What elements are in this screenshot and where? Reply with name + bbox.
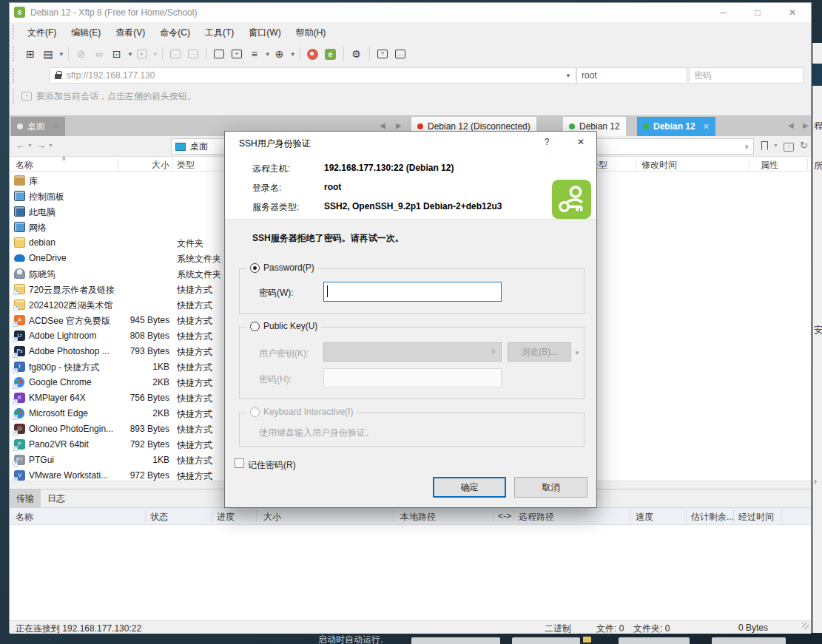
addressbar-grip[interactable] bbox=[13, 68, 14, 83]
transfer-column-4[interactable]: 本地路径 bbox=[400, 511, 436, 523]
publickey-radio[interactable] bbox=[250, 322, 260, 331]
title-bar[interactable]: e Debian 12 - Xftp 8 (Free for Home/Scho… bbox=[10, 3, 811, 22]
menu-item-5[interactable]: 窗口(W) bbox=[241, 24, 288, 42]
browse-button[interactable]: 浏览(B)... bbox=[508, 342, 571, 362]
file-row-12[interactable]: f↗fg800p - 快捷方式1KB快捷方式 bbox=[10, 359, 232, 375]
back-dropdown-icon[interactable]: ▼ bbox=[27, 143, 33, 148]
file-row-15[interactable]: ↗Microsoft Edge2KB快捷方式 bbox=[10, 406, 232, 421]
bookmark-icon[interactable] bbox=[761, 141, 768, 152]
folder-up-icon[interactable]: ↑ bbox=[784, 140, 794, 152]
transfer-column-0[interactable]: 名称 bbox=[16, 511, 33, 523]
remote-path-input[interactable]: ∨ bbox=[590, 138, 754, 155]
transfer-tab-0[interactable]: 传输 bbox=[10, 489, 41, 507]
file-row-9[interactable]: A↗ACDSee 官方免费版945 Bytes快捷方式 bbox=[10, 313, 232, 328]
file-row-13[interactable]: ↗Google Chrome2KB快捷方式 bbox=[10, 375, 232, 390]
open-folder-icon-dropdown[interactable]: ▼ bbox=[58, 51, 64, 58]
file-row-0[interactable]: 库 bbox=[10, 173, 232, 189]
tab-close-icon[interactable]: ✕ bbox=[53, 122, 59, 132]
remote-column-mtime[interactable]: 修改时间 bbox=[641, 159, 677, 172]
infobar-grip[interactable] bbox=[13, 89, 14, 104]
transfer-column-3[interactable]: 大小 bbox=[263, 511, 281, 523]
file-row-16[interactable]: O↗Oloneo PhotoEngin...893 Bytes快捷方式 bbox=[10, 421, 232, 437]
local-tab-desktop[interactable]: 桌面✕ bbox=[11, 117, 65, 136]
session-tab-2[interactable]: Debian 12✕ bbox=[637, 117, 715, 136]
file-row-1[interactable]: 控制面板 bbox=[10, 189, 232, 204]
password-radio[interactable] bbox=[250, 263, 260, 273]
file-row-10[interactable]: Lr↗Adobe Lightroom808 Bytes快捷方式 bbox=[10, 328, 232, 344]
encoding-globe-icon[interactable]: ⊕ bbox=[272, 46, 288, 62]
back-icon[interactable]: ← bbox=[16, 140, 25, 151]
file-row-11[interactable]: Ps↗Adobe Photoshop ...793 Bytes快捷方式 bbox=[10, 344, 232, 359]
user-key-combo[interactable]: ∨ bbox=[323, 342, 502, 362]
new-window-icon[interactable]: + bbox=[229, 46, 245, 62]
keyboard-radio[interactable] bbox=[250, 407, 260, 417]
menu-item-0[interactable]: 文件(F) bbox=[20, 24, 64, 42]
file-row-14[interactable]: K↗KMPlayer 64X756 Bytes快捷方式 bbox=[10, 390, 232, 406]
menu-item-1[interactable]: 编辑(E) bbox=[64, 24, 108, 42]
column-name[interactable]: 名称 bbox=[16, 159, 33, 172]
file-row-8[interactable]: ↗20241202西湖美术馆快捷方式 bbox=[10, 297, 232, 313]
menu-item-3[interactable]: 命令(C) bbox=[152, 24, 198, 42]
file-row-18[interactable]: PT↗PTGui1KB快捷方式 bbox=[10, 453, 232, 468]
toolbar-grip[interactable] bbox=[13, 47, 14, 61]
xshell-icon[interactable] bbox=[305, 46, 321, 62]
menu-item-6[interactable]: 帮助(H) bbox=[289, 24, 334, 42]
transfer-column-8[interactable]: 估计剩余... bbox=[691, 511, 734, 523]
file-row-5[interactable]: OneDrive系统文件夹 bbox=[10, 251, 232, 266]
view-list-icon[interactable]: ≡ bbox=[246, 46, 263, 62]
close-button[interactable]: ✕ bbox=[779, 3, 806, 22]
menu-item-2[interactable]: 查看(V) bbox=[108, 24, 152, 42]
settings-gear-icon[interactable]: ⚙ bbox=[348, 46, 365, 62]
remember-password-checkbox[interactable] bbox=[235, 458, 244, 468]
dialog-help-button[interactable]: ? bbox=[531, 132, 562, 153]
menubar-grip[interactable] bbox=[13, 25, 14, 38]
file-row-17[interactable]: P↗Pano2VR 64bit792 Bytes快捷方式 bbox=[10, 437, 232, 453]
transfer-column-9[interactable]: 经过时间 bbox=[738, 511, 774, 523]
local-tab-scroll-left-icon[interactable]: ◀ bbox=[380, 121, 385, 129]
forward-icon[interactable]: → bbox=[36, 140, 46, 151]
scroll-right-icon[interactable]: › bbox=[814, 476, 817, 487]
duplicate-window-icon[interactable] bbox=[211, 46, 227, 62]
minimize-button[interactable]: ─ bbox=[710, 3, 736, 22]
password-input[interactable]: 密码 bbox=[689, 67, 804, 84]
file-row-2[interactable]: 此电脑 bbox=[10, 204, 232, 220]
browse-dropdown-icon[interactable]: ▼ bbox=[574, 350, 580, 356]
new-session-icon[interactable]: ⊞ bbox=[22, 46, 38, 62]
session-properties-icon[interactable]: ⊡ bbox=[109, 46, 125, 62]
address-dropdown-icon[interactable]: ▼ bbox=[565, 72, 571, 79]
maximize-button[interactable]: □ bbox=[744, 3, 771, 22]
local-tab-scroll-right-icon[interactable]: ▶ bbox=[396, 121, 402, 129]
transfer-tab-1[interactable]: 日志 bbox=[41, 489, 72, 507]
remote-column-attr[interactable]: 属性 bbox=[761, 159, 778, 172]
toolbar-overflow-icon[interactable]: ⋮ bbox=[819, 44, 822, 55]
column-size[interactable]: 大小 bbox=[124, 159, 169, 172]
feedback-icon[interactable]: … bbox=[392, 46, 408, 62]
menu-item-4[interactable]: 工具(T) bbox=[198, 24, 241, 42]
column-type[interactable]: 类型 bbox=[177, 159, 195, 172]
open-folder-icon[interactable]: ▤ bbox=[40, 46, 56, 62]
encoding-globe-icon-dropdown[interactable]: ▼ bbox=[290, 51, 296, 58]
password-radio-row[interactable]: Password(P) bbox=[246, 262, 318, 273]
transfer-column-5[interactable]: <-> bbox=[498, 511, 511, 521]
forward-dropdown-icon[interactable]: ▼ bbox=[48, 143, 53, 148]
transfer-column-6[interactable]: 远程路径 bbox=[519, 511, 554, 523]
file-row-6[interactable]: 陈晓筠系统文件夹 bbox=[10, 266, 232, 282]
transfer-column-7[interactable]: 速度 bbox=[636, 511, 653, 523]
publickey-radio-row[interactable]: Public Key(U) bbox=[246, 321, 321, 331]
dialog-title-bar[interactable]: SSH用户身份验证 ? ✕ bbox=[225, 132, 596, 153]
session-tab-scroll-right-icon[interactable]: ▶ bbox=[803, 121, 809, 129]
cancel-button[interactable]: 取消 bbox=[514, 477, 587, 498]
run-icon-dropdown[interactable]: ▼ bbox=[152, 51, 158, 58]
file-row-7[interactable]: ↗720云显示作者及链接快捷方式 bbox=[10, 282, 232, 297]
key-passphrase-input[interactable] bbox=[323, 368, 502, 387]
transfer-column-1[interactable]: 状态 bbox=[150, 511, 168, 523]
username-input[interactable]: root bbox=[576, 67, 687, 84]
tab-close-icon[interactable]: ✕ bbox=[703, 122, 710, 132]
file-row-4[interactable]: debian文件夹 bbox=[10, 235, 232, 251]
dialog-password-input[interactable] bbox=[323, 282, 502, 302]
session-properties-icon-dropdown[interactable]: ▼ bbox=[127, 51, 133, 58]
ok-button[interactable]: 确定 bbox=[433, 477, 506, 498]
refresh-icon[interactable]: ↻ bbox=[800, 140, 808, 151]
view-list-icon-dropdown[interactable]: ▼ bbox=[265, 51, 271, 58]
file-row-3[interactable]: 网络 bbox=[10, 220, 232, 235]
